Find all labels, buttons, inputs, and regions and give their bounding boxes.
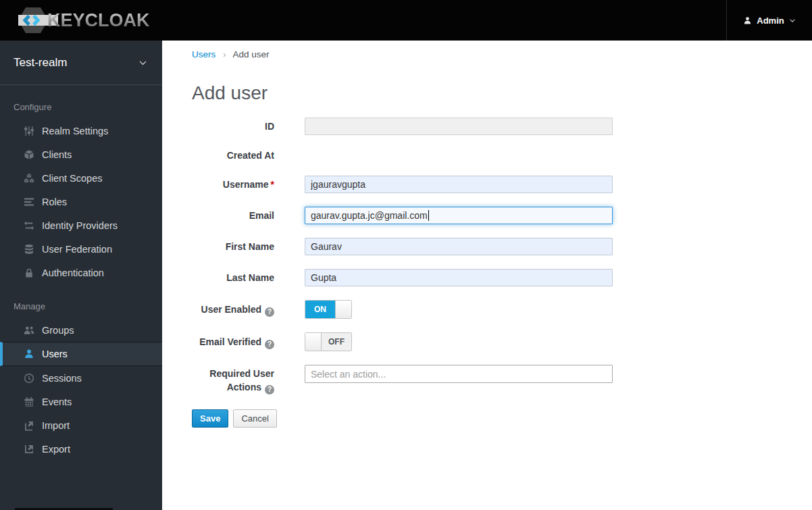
form-row-required-actions: Required User Actions? <box>192 365 812 394</box>
section-label-configure: Configure <box>0 85 162 119</box>
form-row-email-verified: Email Verified? OFF <box>192 332 812 351</box>
last-name-label: Last Name <box>192 271 274 284</box>
user-enabled-toggle[interactable]: ON <box>305 300 352 319</box>
sidebar-item-events[interactable]: Events <box>0 390 162 413</box>
user-icon <box>743 16 752 25</box>
logo-text: KEYCLOAK <box>47 10 150 31</box>
chevron-down-icon <box>138 58 147 67</box>
clock-icon <box>24 373 34 384</box>
help-icon: ? <box>265 307 274 317</box>
add-user-form: ID Created At Username* Email First Name… <box>192 118 812 428</box>
sidebar-nav: Test-realm Configure Realm Settings Clie… <box>0 41 162 510</box>
calendar-icon <box>24 397 34 407</box>
first-name-field[interactable] <box>305 238 613 255</box>
sidebar-item-client-scopes[interactable]: Client Scopes <box>0 166 162 190</box>
toggle-off-label: OFF <box>322 333 351 351</box>
toggle-on-label: ON <box>305 301 335 318</box>
keycloak-logo[interactable]: KEYCLOAK <box>18 5 150 35</box>
text-cursor <box>428 210 429 221</box>
import-icon <box>24 420 34 431</box>
sidebar-item-label: User Federation <box>42 244 112 255</box>
sidebar-item-sessions[interactable]: Sessions <box>0 366 162 390</box>
sidebar-item-label: Events <box>42 397 72 407</box>
sidebar-item-label: Sessions <box>42 373 82 384</box>
required-actions-select[interactable] <box>305 365 613 383</box>
sidebar-item-export[interactable]: Export <box>0 437 162 461</box>
user-icon <box>24 349 34 359</box>
user-enabled-label: User Enabled? <box>192 303 274 316</box>
email-verified-toggle[interactable]: OFF <box>305 332 352 351</box>
breadcrumb-separator: › <box>223 49 226 59</box>
id-field <box>305 118 613 135</box>
form-row-created-at: Created At <box>192 149 812 162</box>
main-content: Users › Add user Add user ID Created At … <box>162 41 812 510</box>
username-field[interactable] <box>305 176 613 193</box>
export-icon <box>24 444 34 455</box>
page-title: Add user <box>192 82 812 104</box>
user-enabled-label-text: User Enabled <box>201 304 261 315</box>
save-button[interactable]: Save <box>192 409 228 428</box>
toggle-handle <box>305 333 322 351</box>
database-icon <box>24 244 34 255</box>
form-row-email: Email <box>192 207 812 224</box>
sidebar-item-roles[interactable]: Roles <box>0 190 162 213</box>
sidebar-item-label: Realm Settings <box>42 126 108 136</box>
realm-name: Test-realm <box>14 56 67 70</box>
sidebar-item-groups[interactable]: Groups <box>0 318 162 342</box>
sidebar-item-identity-providers[interactable]: Identity Providers <box>0 213 162 237</box>
sidebar-item-users[interactable]: Users <box>0 342 162 366</box>
sidebar-item-realm-settings[interactable]: Realm Settings <box>0 119 162 143</box>
help-icon: ? <box>265 340 274 349</box>
list-icon <box>24 197 34 207</box>
created-at-label: Created At <box>192 149 274 162</box>
top-header: KEYCLOAK Admin <box>0 0 812 41</box>
form-row-last-name: Last Name <box>192 269 812 286</box>
required-marker: * <box>271 179 274 190</box>
username-label-text: Username <box>223 179 269 190</box>
cubes-icon <box>24 173 34 184</box>
email-field[interactable] <box>305 207 613 224</box>
exchange-icon <box>24 220 34 231</box>
username-label: Username* <box>192 178 274 191</box>
breadcrumb-users-link[interactable]: Users <box>192 49 215 59</box>
required-actions-label: Required User Actions? <box>192 365 274 394</box>
user-menu[interactable]: Admin <box>726 0 812 41</box>
form-actions: Save Cancel <box>192 409 812 428</box>
last-name-field[interactable] <box>305 269 613 286</box>
sidebar-item-user-federation[interactable]: User Federation <box>0 237 162 261</box>
lock-icon <box>24 267 34 278</box>
sidebar-item-label: Import <box>42 420 70 431</box>
sliders-icon <box>24 126 34 136</box>
cancel-button[interactable]: Cancel <box>233 409 276 428</box>
sidebar-item-authentication[interactable]: Authentication <box>0 261 162 284</box>
form-row-id: ID <box>192 118 812 135</box>
required-actions-label-line2: Actions <box>227 382 261 392</box>
form-row-username: Username* <box>192 176 812 193</box>
first-name-label: First Name <box>192 240 274 253</box>
sidebar-item-label: Clients <box>42 149 72 160</box>
required-actions-label-line1: Required User <box>209 368 274 379</box>
help-icon: ? <box>265 385 274 394</box>
sidebar-item-label: Roles <box>42 197 67 207</box>
sidebar-item-label: Identity Providers <box>42 220 118 231</box>
sidebar-item-label: Users <box>42 349 68 359</box>
form-row-first-name: First Name <box>192 238 812 255</box>
sidebar-item-label: Groups <box>42 325 74 336</box>
users-icon <box>24 325 34 336</box>
realm-selector[interactable]: Test-realm <box>0 41 162 85</box>
email-verified-label: Email Verified? <box>192 335 274 349</box>
email-label: Email <box>192 209 274 222</box>
sidebar-item-import[interactable]: Import <box>0 413 162 437</box>
sidebar-item-clients[interactable]: Clients <box>0 143 162 166</box>
cube-icon <box>24 149 34 160</box>
sidebar-item-label: Export <box>42 444 70 455</box>
chevron-down-icon <box>789 17 796 24</box>
email-input-wrap <box>305 207 613 224</box>
breadcrumb-current: Add user <box>233 49 270 59</box>
breadcrumb: Users › Add user <box>192 49 812 59</box>
user-menu-label: Admin <box>757 16 784 26</box>
id-label: ID <box>192 120 274 133</box>
sidebar-item-label: Client Scopes <box>42 173 102 184</box>
toggle-handle <box>335 301 351 318</box>
section-label-manage: Manage <box>0 284 162 318</box>
